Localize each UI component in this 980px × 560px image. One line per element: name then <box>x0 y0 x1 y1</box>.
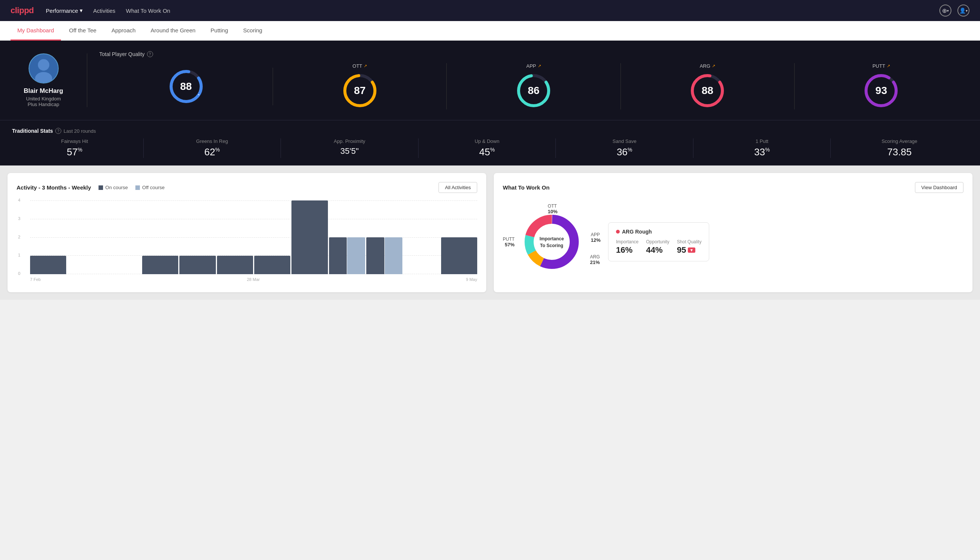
tab-around-the-green[interactable]: Around the Green <box>144 21 202 41</box>
activity-panel-title: Activity - 3 Months - Weekly <box>17 184 91 191</box>
bottom-panels: Activity - 3 Months - Weekly On course O… <box>0 165 980 300</box>
player-name: Blair McHarg <box>24 87 63 95</box>
player-info: Blair McHarg United Kingdom Plus Handica… <box>12 53 87 107</box>
info-card-title: ARG Rough <box>616 229 701 235</box>
gauge-arg-chart: 88 <box>689 72 726 110</box>
tab-putting[interactable]: Putting <box>204 21 235 41</box>
gauge-ott-value: 87 <box>354 85 366 97</box>
stat-sandsave-value: 36% <box>562 146 687 158</box>
bar-group <box>366 237 403 274</box>
x-label-feb: 7 Feb <box>30 277 41 282</box>
bar-on-course <box>142 256 178 274</box>
stat-up-and-down: Up & Down 45% <box>419 138 556 158</box>
legend-on-course: On course <box>98 185 128 190</box>
nav-what-to-work-on[interactable]: What To Work On <box>126 8 170 14</box>
svg-text:Importance: Importance <box>540 236 564 242</box>
nav-activities[interactable]: Activities <box>93 8 115 14</box>
bar-on-course <box>291 200 328 274</box>
x-label-mar: 28 Mar <box>247 277 260 282</box>
legend-off-course: Off course <box>135 185 165 190</box>
metric-importance-value: 16% <box>616 245 639 255</box>
metric-shotquality-label: Shot Quality <box>677 239 701 245</box>
avatar <box>28 53 59 83</box>
bar-on-course-empty <box>67 273 103 274</box>
app-logo: clippd <box>10 6 34 15</box>
bars-area <box>30 200 477 274</box>
bar-chart: 4 3 2 1 0 7 Feb 28 Mar 9 May <box>17 200 477 283</box>
stat-fairways-label: Fairways Hit <box>12 138 137 144</box>
on-course-icon <box>98 185 103 190</box>
bar-on-course <box>329 237 347 274</box>
bar-group <box>217 256 253 274</box>
top-navigation: clippd Performance ▾ Activities What To … <box>0 0 980 21</box>
activity-chart-panel: Activity - 3 Months - Weekly On course O… <box>8 173 486 292</box>
bar-group <box>291 200 328 274</box>
nav-links: Performance ▾ Activities What To Work On <box>46 7 927 14</box>
trend-up-icon: ↗ <box>364 63 367 68</box>
gauges-title: Total Player Quality ? <box>99 51 968 57</box>
stat-proximity-label: App. Proximity <box>287 138 412 144</box>
all-activities-button[interactable]: All Activities <box>438 182 477 193</box>
wtwon-panel-header: What To Work On View Dashboard <box>503 182 963 193</box>
bar-group <box>254 256 290 274</box>
gauge-arg: ARG ↗ 88 <box>621 63 795 110</box>
stats-bar: Traditional Stats ? Last 20 rounds Fairw… <box>0 120 980 165</box>
bar-group <box>404 273 439 274</box>
stat-sand-save: Sand Save 36% <box>556 138 694 158</box>
gauges-row: 88 OTT ↗ 87 AP <box>99 63 968 110</box>
gauge-overall-value: 88 <box>180 80 192 93</box>
wtwon-panel-title: What To Work On <box>503 184 549 191</box>
stat-app-proximity: App. Proximity 35'5" <box>281 138 419 158</box>
metric-shot-quality: Shot Quality 95 ▼ <box>677 239 701 255</box>
stats-title-row: Traditional Stats ? Last 20 rounds <box>12 128 968 134</box>
bar-on-course <box>30 256 66 274</box>
x-axis: 7 Feb 28 Mar 9 May <box>30 277 477 282</box>
metric-importance: Importance 16% <box>616 239 639 255</box>
stats-help-icon[interactable]: ? <box>55 128 61 134</box>
gauge-putt-label: PUTT ↗ <box>872 63 890 69</box>
gauge-ott-label: OTT ↗ <box>353 63 367 69</box>
bar-off-course <box>347 237 365 274</box>
gauge-overall: 88 <box>99 68 273 105</box>
stat-fairways-hit: Fairways Hit 57% <box>12 138 144 158</box>
bar-group <box>67 273 103 274</box>
gauge-putt-chart: 93 <box>862 72 900 110</box>
tab-approach[interactable]: Approach <box>105 21 142 41</box>
stats-grid: Fairways Hit 57% Greens In Reg 62% App. … <box>12 138 968 158</box>
bar-group <box>30 256 66 274</box>
stat-one-putt: 1 Putt 33% <box>694 138 831 158</box>
chevron-down-icon: ▾ <box>947 8 949 13</box>
svg-point-1 <box>38 59 49 70</box>
stat-updown-label: Up & Down <box>424 138 550 144</box>
plus-icon: ⊕ <box>942 7 947 14</box>
dot-pink-icon <box>616 230 620 233</box>
gauge-arg-label: ARG ↗ <box>700 63 715 69</box>
stat-scoringavg-label: Scoring Average <box>837 138 962 144</box>
donut-chart-container: PUTT 57% OTT 10% APP 12% ARG 21% <box>503 200 601 283</box>
player-country: United Kingdom <box>26 96 61 102</box>
user-avatar-button[interactable]: 👤 ▾ <box>957 5 970 17</box>
user-icon: 👤 <box>959 8 966 13</box>
down-badge: ▼ <box>688 247 696 253</box>
chevron-down-icon: ▾ <box>80 7 83 14</box>
bar-group <box>329 237 365 274</box>
bar-on-course-empty <box>105 273 141 274</box>
view-dashboard-button[interactable]: View Dashboard <box>915 182 963 193</box>
bar-on-course <box>180 256 215 274</box>
stat-proximity-value: 35'5" <box>287 146 412 156</box>
nav-performance[interactable]: Performance ▾ <box>46 7 83 14</box>
svg-text:To Scoring: To Scoring <box>540 243 563 248</box>
tab-scoring[interactable]: Scoring <box>236 21 269 41</box>
bar-on-course <box>441 237 477 274</box>
tab-off-the-tee[interactable]: Off the Tee <box>62 21 103 41</box>
add-button[interactable]: ⊕ ▾ <box>939 5 952 17</box>
help-icon[interactable]: ? <box>147 51 153 57</box>
bar-off-course <box>385 237 403 274</box>
x-label-may: 9 May <box>466 277 477 282</box>
donut-label-arg: ARG 21% <box>590 254 600 265</box>
stats-title: Traditional Stats <box>12 128 53 134</box>
tab-my-dashboard[interactable]: My Dashboard <box>10 21 61 41</box>
donut-svg: Importance To Scoring <box>522 212 582 272</box>
gauge-putt-value: 93 <box>875 85 887 97</box>
gauge-ott-chart: 87 <box>341 72 379 110</box>
